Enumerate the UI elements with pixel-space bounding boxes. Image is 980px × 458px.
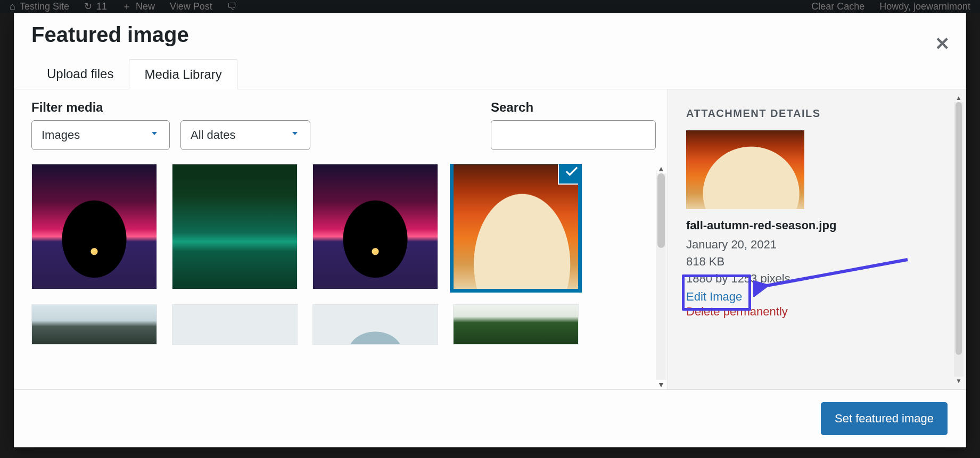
comment-icon: 🗨 bbox=[227, 1, 237, 12]
filter-date-select[interactable]: All dates bbox=[180, 120, 310, 150]
media-item-selected[interactable] bbox=[453, 164, 579, 289]
filter-type-select[interactable]: Images bbox=[31, 120, 170, 150]
scroll-down-icon: ▼ bbox=[657, 380, 665, 389]
attachment-preview-thumbnail bbox=[686, 130, 804, 209]
chevron-down-icon bbox=[290, 128, 300, 142]
modal-footer: Set featured image bbox=[14, 389, 966, 447]
filter-type-value: Images bbox=[42, 128, 80, 142]
edit-image-link[interactable]: Edit Image bbox=[686, 290, 742, 304]
attachment-dimensions: 1880 by 1253 pixels bbox=[686, 272, 951, 286]
chevron-down-icon bbox=[149, 128, 160, 142]
media-modal: Featured image ✕ Upload files Media Libr… bbox=[14, 13, 966, 447]
attachment-details-panel: ATTACHMENT DETAILS fall-autumn-red-seaso… bbox=[668, 89, 966, 389]
media-grid bbox=[31, 164, 668, 345]
admin-bar: ⌂ Testing Site ↻ 11 ＋ New View Post 🗨 Cl… bbox=[0, 0, 980, 13]
attachment-filesize: 818 KB bbox=[686, 255, 951, 269]
media-item[interactable] bbox=[172, 304, 298, 345]
scroll-down-icon: ▼ bbox=[956, 377, 962, 385]
media-item[interactable] bbox=[453, 304, 579, 345]
adminbar-clear-cache[interactable]: Clear Cache bbox=[811, 1, 864, 12]
scroll-up-icon: ▲ bbox=[657, 164, 665, 173]
selected-check-badge[interactable] bbox=[559, 164, 579, 184]
modal-title: Featured image bbox=[31, 23, 949, 47]
media-item[interactable] bbox=[312, 164, 438, 289]
set-featured-image-button[interactable]: Set featured image bbox=[821, 402, 948, 435]
tab-strip: Upload files Media Library bbox=[14, 59, 966, 89]
home-icon: ⌂ bbox=[10, 1, 15, 12]
attachment-details-heading: ATTACHMENT DETAILS bbox=[686, 107, 951, 120]
attachment-date: January 20, 2021 bbox=[686, 238, 951, 252]
attachment-filename: fall-autumn-red-season.jpg bbox=[686, 219, 951, 232]
details-scrollbar[interactable]: ▲ ▼ bbox=[954, 94, 963, 385]
close-icon: ✕ bbox=[935, 34, 950, 54]
adminbar-view-post[interactable]: View Post bbox=[170, 1, 212, 12]
adminbar-comments[interactable]: 🗨 bbox=[227, 1, 237, 12]
tab-media-library[interactable]: Media Library bbox=[129, 59, 237, 89]
filter-media-label: Filter media bbox=[31, 100, 310, 115]
tab-upload-files[interactable]: Upload files bbox=[31, 59, 129, 89]
check-icon bbox=[564, 164, 579, 179]
search-label: Search bbox=[491, 100, 656, 115]
media-browser: Filter media Images All dates bbox=[14, 89, 668, 389]
delete-permanently-link[interactable]: Delete permanently bbox=[686, 305, 788, 319]
scroll-up-icon: ▲ bbox=[956, 94, 962, 102]
plus-icon: ＋ bbox=[122, 0, 131, 13]
adminbar-new[interactable]: ＋ New bbox=[122, 0, 155, 13]
adminbar-howdy[interactable]: Howdy, joewarnimont bbox=[879, 1, 970, 12]
search-input[interactable] bbox=[491, 120, 656, 150]
media-item[interactable] bbox=[31, 164, 157, 289]
refresh-icon: ↻ bbox=[84, 1, 92, 12]
grid-scrollbar[interactable]: ▲ ▼ bbox=[656, 164, 666, 389]
modal-header: Featured image ✕ bbox=[14, 13, 966, 59]
adminbar-site[interactable]: ⌂ Testing Site bbox=[10, 1, 69, 12]
media-item[interactable] bbox=[31, 304, 157, 345]
adminbar-updates[interactable]: ↻ 11 bbox=[84, 1, 107, 12]
media-item[interactable] bbox=[172, 164, 298, 289]
filter-date-value: All dates bbox=[191, 128, 235, 142]
media-item[interactable] bbox=[312, 304, 438, 345]
close-button[interactable]: ✕ bbox=[935, 35, 950, 53]
